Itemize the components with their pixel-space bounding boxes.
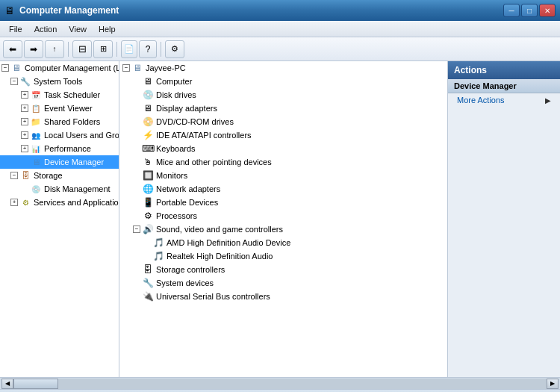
- menu-file[interactable]: File: [3, 23, 28, 35]
- left-system-tools[interactable]: − 🔧 System Tools: [0, 75, 119, 88]
- action-more-actions[interactable]: More Actions ▶: [448, 93, 560, 107]
- middle-item-11[interactable]: − 🔊 Sound, video and game controllers: [119, 223, 447, 236]
- middle-item-label-4: IDE ATA/ATAPI controllers: [156, 131, 252, 140]
- toolbar-back[interactable]: ⬅: [3, 40, 22, 58]
- left-root-item[interactable]: − 🖥 Computer Management (Local: [0, 61, 119, 75]
- device-label: Device Manager: [44, 158, 104, 167]
- perf-expander[interactable]: +: [21, 145, 28, 152]
- toolbar-properties[interactable]: 📄: [121, 40, 137, 58]
- middle-item-icon-9: 📱: [142, 196, 154, 208]
- toolbar-show-hide[interactable]: ⊟: [72, 40, 92, 58]
- middle-item-label-15: System devices: [156, 279, 214, 287]
- middle-item-icon-13: 🎵: [152, 250, 164, 262]
- bottom-scrollbar: ◀ ▶: [0, 377, 560, 389]
- services-expander[interactable]: +: [10, 199, 18, 206]
- scroll-thumb: [13, 379, 58, 389]
- middle-item-icon-14: 🗄: [142, 264, 154, 276]
- middle-item-6[interactable]: 🖱 Mice and other pointing devices: [119, 155, 447, 169]
- event-expander[interactable]: +: [21, 105, 28, 112]
- middle-item-3[interactable]: 📀 DVD/CD-ROM drives: [119, 115, 447, 128]
- expander-11[interactable]: −: [133, 225, 140, 233]
- toolbar-separator-2: [116, 42, 117, 57]
- middle-item-10[interactable]: ⚙ Processors: [119, 209, 447, 223]
- system-tools-label: System Tools: [34, 77, 82, 86]
- middle-item-0[interactable]: 🖥 Computer: [119, 75, 447, 88]
- middle-item-label-3: DVD/CD-ROM drives: [156, 117, 234, 126]
- middle-item-label-2: Display adapters: [156, 104, 217, 113]
- perf-label: Performance: [44, 144, 91, 153]
- menu-help[interactable]: Help: [93, 23, 122, 35]
- more-actions-label: More Actions: [457, 96, 505, 105]
- task-expander[interactable]: +: [21, 91, 28, 99]
- close-button[interactable]: ✕: [539, 4, 556, 17]
- left-disk-management[interactable]: 💿 Disk Management: [0, 182, 119, 196]
- task-label: Task Scheduler: [44, 90, 100, 99]
- middle-item-15[interactable]: 🔧 System devices: [119, 276, 447, 290]
- middle-item-label-12: AMD High Definition Audio Device: [167, 238, 290, 247]
- middle-item-13[interactable]: 🎵 Realtek High Definition Audio: [119, 249, 447, 263]
- left-shared-folders[interactable]: + 📁 Shared Folders: [0, 115, 119, 128]
- left-services[interactable]: + ⚙ Services and Applications: [0, 196, 119, 209]
- main-area: − 🖥 Computer Management (Local − 🔧 Syste…: [0, 61, 560, 377]
- toolbar-extra[interactable]: ⚙: [165, 40, 184, 58]
- menu-view[interactable]: View: [63, 23, 93, 35]
- title-text: Computer Management: [19, 5, 119, 16]
- scroll-left-arrow[interactable]: ◀: [1, 379, 13, 389]
- storage-expander[interactable]: −: [10, 172, 18, 179]
- toolbar-forward[interactable]: ➡: [24, 40, 43, 58]
- shared-expander[interactable]: +: [21, 118, 28, 125]
- scroll-right-arrow[interactable]: ▶: [547, 379, 559, 389]
- system-tools-icon: 🔧: [19, 75, 31, 87]
- perf-icon: 📊: [30, 143, 42, 155]
- middle-item-icon-11: 🔊: [142, 223, 154, 235]
- middle-root-expander[interactable]: −: [122, 64, 130, 72]
- left-event-viewer[interactable]: + 📋 Event Viewer: [0, 102, 119, 115]
- toolbar-help[interactable]: ?: [139, 40, 157, 58]
- root-expander[interactable]: −: [1, 64, 9, 72]
- toolbar-collapse[interactable]: ⊞: [93, 40, 113, 58]
- middle-item-icon-2: 🖥: [142, 102, 154, 114]
- toolbar-up[interactable]: ↑: [45, 40, 64, 58]
- middle-item-14[interactable]: 🗄 Storage controllers: [119, 263, 447, 276]
- menu-action[interactable]: Action: [28, 23, 63, 35]
- maximize-button[interactable]: □: [521, 4, 538, 17]
- middle-item-9[interactable]: 📱 Portable Devices: [119, 196, 447, 209]
- left-device-manager[interactable]: 🖥 Device Manager: [0, 155, 119, 169]
- middle-item-5[interactable]: ⌨ Keyboards: [119, 142, 447, 155]
- middle-item-icon-6: 🖱: [142, 156, 154, 168]
- middle-item-label-1: Disk drives: [156, 90, 196, 99]
- middle-item-icon-3: 📀: [142, 116, 154, 128]
- more-actions-arrow: ▶: [545, 96, 551, 105]
- middle-item-7[interactable]: 🔲 Monitors: [119, 169, 447, 182]
- left-storage[interactable]: − 🗄 Storage: [0, 169, 119, 182]
- toolbar: ⬅ ➡ ↑ ⊟ ⊞ 📄 ? ⚙: [0, 37, 560, 61]
- middle-item-icon-7: 🔲: [142, 169, 154, 181]
- middle-item-label-6: Mice and other pointing devices: [156, 158, 272, 167]
- right-pane: Actions Device Manager More Actions ▶: [448, 61, 560, 377]
- middle-item-1[interactable]: 💿 Disk drives: [119, 88, 447, 102]
- middle-item-4[interactable]: ⚡ IDE ATA/ATAPI controllers: [119, 128, 447, 142]
- middle-pane: − 🖥 Jayvee-PC 🖥 Computer 💿 Disk drives 🖥…: [119, 61, 448, 377]
- middle-item-icon-12: 🎵: [152, 237, 164, 249]
- middle-item-16[interactable]: 🔌 Universal Serial Bus controllers: [119, 290, 447, 303]
- users-expander[interactable]: +: [21, 131, 28, 139]
- middle-item-12[interactable]: 🎵 AMD High Definition Audio Device: [119, 236, 447, 249]
- actions-header: Actions: [448, 61, 560, 79]
- task-icon: 📅: [30, 89, 42, 101]
- middle-item-2[interactable]: 🖥 Display adapters: [119, 102, 447, 115]
- left-performance[interactable]: + 📊 Performance: [0, 142, 119, 155]
- middle-item-icon-8: 🌐: [142, 183, 154, 195]
- minimize-button[interactable]: ─: [503, 4, 520, 17]
- scroll-track[interactable]: [13, 379, 547, 389]
- middle-item-label-10: Processors: [156, 211, 197, 220]
- middle-root[interactable]: − 🖥 Jayvee-PC: [119, 61, 447, 75]
- middle-item-label-14: Storage controllers: [156, 265, 225, 274]
- middle-item-icon-1: 💿: [142, 89, 154, 101]
- middle-item-label-9: Portable Devices: [156, 198, 218, 207]
- services-icon: ⚙: [19, 196, 31, 208]
- left-local-users[interactable]: + 👥 Local Users and Groups: [0, 128, 119, 142]
- middle-item-8[interactable]: 🌐 Network adapters: [119, 182, 447, 196]
- system-tools-expander[interactable]: −: [10, 78, 18, 85]
- left-task-scheduler[interactable]: + 📅 Task Scheduler: [0, 88, 119, 102]
- storage-label: Storage: [34, 171, 63, 180]
